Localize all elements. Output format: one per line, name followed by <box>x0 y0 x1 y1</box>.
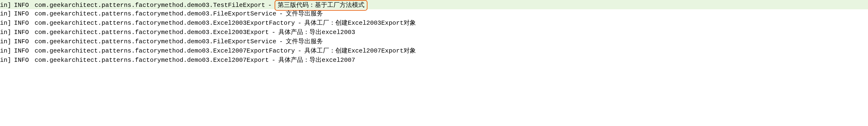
log-line: in] INFO com.geekarchitect.patterns.fact… <box>0 9 868 18</box>
log-separator: - <box>272 28 276 37</box>
log-level: INFO <box>14 28 29 37</box>
log-line: in] INFO com.geekarchitect.patterns.fact… <box>0 56 868 65</box>
log-message: 具体产品：导出excel2003 <box>278 28 355 37</box>
log-thread-suffix: in] <box>0 46 11 56</box>
log-level: INFO <box>14 18 29 28</box>
log-thread-suffix: in] <box>0 18 11 28</box>
log-classname: com.geekarchitect.patterns.factorymethod… <box>35 18 295 28</box>
log-level: INFO <box>14 56 29 65</box>
log-thread-suffix: in] <box>0 1 11 10</box>
log-separator: - <box>279 37 283 46</box>
log-message: 文件导出服务 <box>286 9 323 18</box>
log-level: INFO <box>14 37 29 46</box>
log-line: in] INFO com.geekarchitect.patterns.fact… <box>0 37 868 46</box>
log-classname: com.geekarchitect.patterns.factorymethod… <box>35 28 269 37</box>
log-classname: com.geekarchitect.patterns.factorymethod… <box>35 56 269 65</box>
log-separator: - <box>298 46 302 56</box>
log-thread-suffix: in] <box>0 9 11 18</box>
log-message: 具体工厂：创建Excel2003Export对象 <box>304 18 416 28</box>
log-line: in] INFO com.geekarchitect.patterns.fact… <box>0 18 868 28</box>
log-classname: com.geekarchitect.patterns.factorymethod… <box>35 1 265 10</box>
log-classname: com.geekarchitect.patterns.factorymethod… <box>35 37 276 46</box>
log-output-container: in] INFO com.geekarchitect.patterns.fact… <box>0 0 868 65</box>
log-line: in] INFO com.geekarchitect.patterns.fact… <box>0 46 868 56</box>
log-separator: - <box>298 18 302 28</box>
log-thread-suffix: in] <box>0 56 11 65</box>
log-message: 具体产品：导出excel2007 <box>278 56 355 65</box>
log-level: INFO <box>14 9 29 18</box>
log-separator: - <box>268 1 272 10</box>
log-classname: com.geekarchitect.patterns.factorymethod… <box>35 9 276 18</box>
log-separator: - <box>279 9 283 18</box>
log-message: 具体工厂：创建Excel2007Export对象 <box>304 46 416 56</box>
log-separator: - <box>272 56 276 65</box>
log-thread-suffix: in] <box>0 28 11 37</box>
log-classname: com.geekarchitect.patterns.factorymethod… <box>35 46 295 56</box>
log-level: INFO <box>14 1 29 10</box>
log-level: INFO <box>14 46 29 56</box>
log-message: 文件导出服务 <box>286 37 323 46</box>
log-line: in] INFO com.geekarchitect.patterns.fact… <box>0 0 868 9</box>
log-thread-suffix: in] <box>0 37 11 46</box>
log-line: in] INFO com.geekarchitect.patterns.fact… <box>0 28 868 37</box>
